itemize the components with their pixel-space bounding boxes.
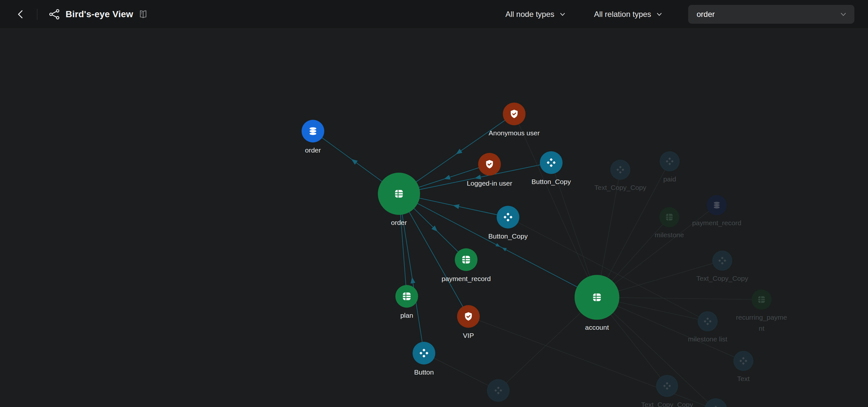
node-label: recurring_payment: [736, 314, 787, 332]
component-node-circle: [412, 342, 435, 365]
node-label: payment_record: [441, 275, 491, 283]
graph-node-milestone[interactable]: milestone: [655, 207, 684, 239]
book-icon: [138, 9, 148, 19]
graph-node-button[interactable]: Button: [412, 342, 435, 376]
node-label: Text_Copy_Copy: [641, 401, 693, 407]
graph-node-logged-in-user[interactable]: Logged-in user: [467, 153, 512, 187]
edge-arrowhead: [411, 277, 415, 284]
graph-node-plan[interactable]: plan: [395, 285, 418, 319]
component-node-circle: [712, 251, 732, 271]
component-node-circle: [698, 311, 718, 332]
node-label: Text: [737, 375, 750, 382]
edge-arrowhead: [474, 175, 481, 180]
edge-arrowhead: [495, 243, 500, 247]
node-label: VIP: [463, 332, 474, 339]
graph-edge-account-paid: [597, 161, 670, 297]
table-icon: [395, 190, 403, 198]
graph-node-vip[interactable]: VIP: [457, 305, 480, 339]
component-node-circle: [704, 398, 727, 407]
header-bar: Bird's-eye View All node types All re: [0, 0, 868, 29]
node-label: Button_Copy: [488, 232, 528, 240]
chevron-down-icon: [839, 10, 847, 18]
back-button[interactable]: [13, 0, 29, 29]
node-label: milestone: [655, 231, 684, 239]
chevron-down-icon: [656, 11, 663, 18]
database-icon: [310, 127, 316, 135]
graph-view-icon: [49, 8, 60, 20]
component-node-circle: [733, 351, 753, 371]
node-label: paid: [663, 175, 676, 183]
graph-node-nodeA[interactable]: [487, 379, 509, 402]
graph-canvas[interactable]: orderAnonymous userLogged-in userButton_…: [0, 0, 868, 407]
graph-node-recurring_payme-nt[interactable]: recurring_payment: [736, 289, 787, 332]
graph-node-paid[interactable]: paid: [660, 151, 680, 183]
back-chevron-icon: [15, 9, 26, 20]
docs-button[interactable]: [138, 9, 148, 19]
edge-arrowhead: [444, 175, 451, 180]
node-label: Text_Copy_Copy: [594, 184, 646, 191]
database-icon: [714, 202, 720, 209]
graph-edge-button-order-main: [399, 194, 424, 353]
graph-edge-account-recur: [597, 297, 762, 300]
node-label: account: [585, 323, 609, 331]
node-label: payment_record: [692, 219, 741, 227]
chevron-down-icon: [559, 11, 566, 18]
table-icon: [462, 256, 470, 263]
node-label: Anonymous user: [489, 129, 540, 137]
component-node-circle: [497, 206, 519, 228]
graph-edge-anon-account: [514, 114, 597, 297]
graph-node-text_copy_copy[interactable]: Text_Copy_Copy: [696, 251, 748, 282]
edge-arrowhead: [456, 149, 463, 154]
graph-node-order[interactable]: order: [378, 173, 420, 226]
graph-node-text[interactable]: Text: [733, 351, 753, 382]
node-types-filter[interactable]: All node types: [505, 0, 566, 29]
relation-types-filter[interactable]: All relation types: [594, 0, 663, 29]
header-divider: [37, 9, 37, 20]
title-group: Bird's-eye View: [49, 0, 148, 29]
node-search-value: order: [696, 10, 715, 19]
table-icon: [758, 296, 765, 303]
table-icon: [593, 293, 601, 301]
component-node-circle: [540, 151, 562, 174]
node-label: milestone list: [688, 335, 727, 343]
graph-node-payment_record[interactable]: payment_record: [441, 248, 491, 283]
node-label: Text_Copy_Copy: [696, 275, 748, 282]
graph-node-text_copy_copy[interactable]: Text_Copy_Copy: [594, 160, 646, 191]
graph-node-text_copy_copy[interactable]: Text_Copy_Copy: [641, 375, 693, 407]
graph-node-button_copy[interactable]: Button_Copy: [531, 151, 571, 186]
node-label: Logged-in user: [467, 180, 512, 187]
graph-node-milestone-list[interactable]: milestone list: [688, 311, 727, 343]
table-icon: [403, 292, 411, 300]
node-label: order: [305, 146, 321, 154]
birds-eye-view-app: orderAnonymous userLogged-in userButton_…: [0, 0, 868, 407]
graph-node-button_copy[interactable]: Button_Copy: [488, 206, 528, 240]
table-icon: [666, 214, 673, 220]
graph-node-account[interactable]: account: [575, 275, 619, 331]
node-label: order: [391, 219, 407, 226]
page-title: Bird's-eye View: [66, 9, 133, 20]
graph-node-anonymous-user[interactable]: Anonymous user: [489, 102, 540, 137]
node-types-filter-label: All node types: [505, 10, 554, 19]
graph-node-payment_record[interactable]: payment_record: [692, 195, 741, 227]
graph-node-order[interactable]: order: [302, 120, 324, 154]
graph-edge-button-nodeA: [424, 353, 498, 390]
node-label: plan: [400, 312, 413, 319]
edge-arrowhead: [453, 204, 459, 209]
graph-node-nodeC[interactable]: [704, 398, 727, 407]
component-node-circle: [660, 151, 680, 171]
node-label: Button_Copy: [531, 178, 571, 186]
node-label: Button: [414, 368, 434, 376]
edge-arrowhead: [502, 248, 507, 251]
node-search-select[interactable]: order: [688, 5, 855, 24]
graph-edge-account-text: [597, 297, 743, 361]
graph-edge-account-nodeC: [597, 297, 716, 407]
component-node-circle: [487, 379, 509, 402]
component-node-circle: [610, 160, 630, 180]
edge-arrowhead: [351, 159, 358, 164]
component-node-circle: [656, 375, 678, 397]
relation-types-filter-label: All relation types: [594, 10, 651, 19]
